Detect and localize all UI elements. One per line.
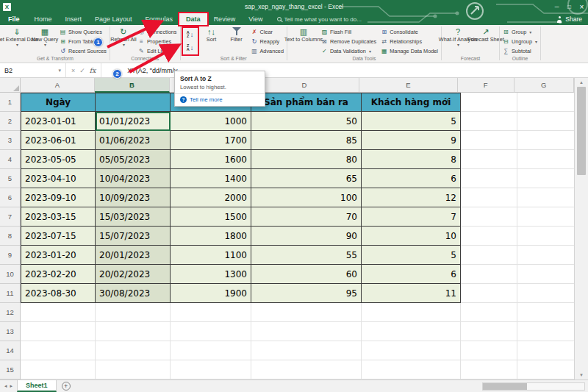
cell-C14[interactable] (171, 341, 251, 360)
cell-D3[interactable]: 85 (251, 131, 362, 150)
tell-me-more-link[interactable]: ? Tell me more (180, 96, 259, 103)
tab-formulas[interactable]: Formulas (139, 13, 180, 25)
cell-F15[interactable] (461, 360, 517, 379)
cell-G9[interactable] (517, 246, 578, 265)
cell-B10[interactable]: 20/02/2023 (96, 265, 171, 284)
cell-C11[interactable]: 1900 (171, 284, 251, 303)
cell-G12[interactable] (517, 303, 578, 322)
cell-F2[interactable] (461, 112, 517, 131)
row-header-1[interactable]: 1 (0, 93, 21, 112)
cell-F1[interactable] (461, 93, 517, 112)
edit-links-button[interactable]: ✎ Edit Links (136, 46, 179, 56)
row-header-8[interactable]: 8 (0, 227, 21, 246)
subtotal-button[interactable]: ∑ Subtotal (501, 46, 539, 56)
cell-C3[interactable]: 1700 (171, 131, 251, 150)
cell-A5[interactable]: 2023-04-10 (21, 169, 96, 188)
cell-A11[interactable]: 2023-08-30 (21, 284, 96, 303)
cell-E6[interactable]: 12 (362, 188, 461, 207)
cell-A14[interactable] (21, 341, 96, 360)
tab-review[interactable]: Review (207, 13, 243, 25)
cell-D13[interactable] (251, 322, 362, 341)
sheet-next-icon[interactable]: ▸ (10, 383, 13, 389)
cell-E2[interactable]: 5 (362, 112, 461, 131)
share-button[interactable]: Share (556, 13, 588, 25)
column-header-B[interactable]: B (95, 78, 169, 93)
cell-E8[interactable]: 10 (362, 227, 461, 246)
row-header-2[interactable]: 2 (0, 112, 21, 131)
cell-B4[interactable]: 05/05/2023 (96, 150, 171, 169)
tab-view[interactable]: View (242, 13, 269, 25)
cell-E15[interactable] (362, 360, 461, 379)
cell-A1[interactable]: Ngày (21, 93, 96, 112)
select-all-corner[interactable] (0, 78, 21, 93)
data-validation-button[interactable]: ✓ Data Validation▾ (319, 46, 379, 56)
cell-C15[interactable] (171, 360, 251, 379)
close-button[interactable]: × (576, 0, 588, 13)
vertical-scrollbar-thumb[interactable] (577, 87, 586, 175)
cell-F13[interactable] (461, 322, 517, 341)
cell-B13[interactable] (96, 322, 171, 341)
add-sheet-button[interactable]: + (62, 382, 71, 391)
scroll-down-icon[interactable]: ▼ (575, 371, 588, 379)
cell-D10[interactable]: 60 (251, 265, 362, 284)
consolidate-button[interactable]: ⊞ Consolidate (379, 27, 440, 37)
cell-E11[interactable]: 11 (362, 284, 461, 303)
cell-D11[interactable]: 95 (251, 284, 362, 303)
cell-E13[interactable] (362, 322, 461, 341)
manage-data-model-button[interactable]: ▦ Manage Data Model (379, 46, 440, 56)
row-header-11[interactable]: 11 (0, 284, 21, 303)
cell-E4[interactable]: 8 (362, 150, 461, 169)
cell-F8[interactable] (461, 227, 517, 246)
cell-E14[interactable] (362, 341, 461, 360)
cell-A15[interactable] (21, 360, 96, 379)
relationships-button[interactable]: ⇄ Relationships (379, 37, 440, 46)
cell-F6[interactable] (461, 188, 517, 207)
reapply-button[interactable]: ↻ Reapply (249, 37, 286, 46)
tab-insert[interactable]: Insert (59, 13, 89, 25)
cell-G7[interactable] (517, 207, 578, 227)
name-box[interactable]: B2 ▾ (0, 63, 66, 77)
cell-B7[interactable]: 15/03/2023 (96, 207, 171, 227)
connections-button[interactable]: ◎ Connections (136, 27, 179, 37)
sort-ascending-button[interactable]: AZ↓ (184, 29, 197, 40)
cell-F7[interactable] (461, 207, 517, 227)
cell-A3[interactable]: 2023-06-01 (21, 131, 96, 150)
cell-G2[interactable] (517, 112, 578, 131)
cell-B2[interactable]: 01/01/2023 (96, 112, 171, 131)
cell-A13[interactable] (21, 322, 96, 341)
advanced-filter-button[interactable]: ▥ Advanced (249, 46, 286, 56)
row-header-10[interactable]: 10 (0, 265, 21, 284)
get-external-data-button[interactable]: ⇓ Get External Data▾ (1, 26, 32, 55)
cell-D7[interactable]: 70 (251, 207, 362, 227)
refresh-all-button[interactable]: ↻ Refresh All▾ (111, 26, 136, 55)
cell-D2[interactable]: 50 (251, 112, 362, 131)
cell-A12[interactable] (21, 303, 96, 322)
remove-duplicates-button[interactable]: ⊠ Remove Duplicates (319, 37, 379, 46)
cell-B6[interactable]: 10/09/2023 (96, 188, 171, 207)
vertical-scrollbar[interactable]: ▲ ▼ (574, 78, 588, 379)
cell-E10[interactable]: 6 (362, 265, 461, 284)
cell-B9[interactable]: 20/01/2023 (96, 246, 171, 265)
row-header-4[interactable]: 4 (0, 150, 21, 169)
sheet-tab-sheet1[interactable]: Sheet1 (17, 380, 57, 392)
forecast-sheet-button[interactable]: ↗ Forecast Sheet (473, 26, 498, 55)
row-header-7[interactable]: 7 (0, 207, 21, 227)
sheet-prev-icon[interactable]: ◂ (4, 383, 7, 389)
cell-D12[interactable] (251, 303, 362, 322)
cell-E12[interactable] (362, 303, 461, 322)
insert-function-icon[interactable]: fx (90, 67, 96, 74)
cell-A10[interactable]: 2023-02-20 (21, 265, 96, 284)
text-to-columns-button[interactable]: ▥ Text to Columns (288, 26, 319, 55)
cell-F10[interactable] (461, 265, 517, 284)
cell-A9[interactable]: 2023-01-20 (21, 246, 96, 265)
cell-A6[interactable]: 2023-09-10 (21, 188, 96, 207)
cell-G8[interactable] (517, 227, 578, 246)
cell-D4[interactable]: 80 (251, 150, 362, 169)
maximize-button[interactable]: □ (563, 0, 576, 13)
cell-E3[interactable]: 9 (362, 131, 461, 150)
minimize-button[interactable]: ─ (551, 0, 563, 13)
row-header-12[interactable]: 12 (0, 303, 21, 322)
show-queries-button[interactable]: ▤ Show Queries (57, 27, 109, 37)
cell-F12[interactable] (461, 303, 517, 322)
row-header-3[interactable]: 3 (0, 131, 21, 150)
